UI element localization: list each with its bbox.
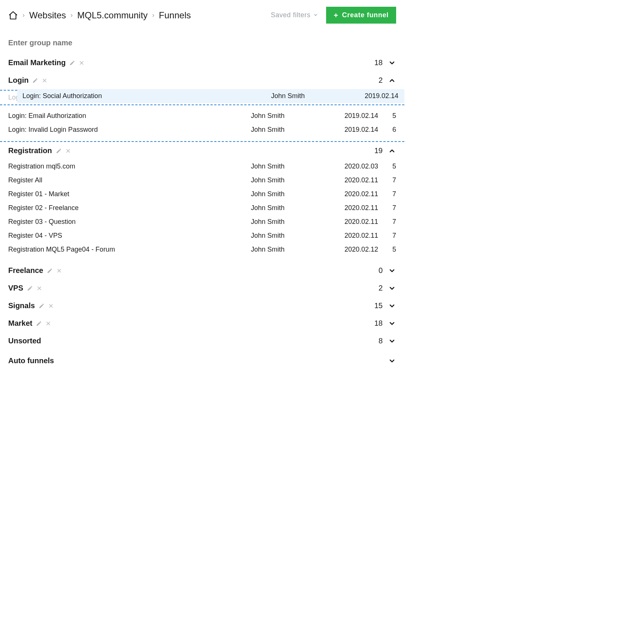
item-count: 7	[378, 204, 396, 212]
item-count: 7	[378, 176, 396, 184]
item-date: 2020.02.11	[329, 232, 378, 240]
chevron-down-icon[interactable]	[388, 357, 396, 365]
chevron-down-icon[interactable]	[388, 319, 396, 328]
close-icon[interactable]	[46, 321, 51, 326]
list-item[interactable]: Register 02 - FreelanceJohn Smith2020.02…	[8, 201, 396, 215]
edit-icon[interactable]	[27, 285, 33, 291]
list-item: Login: Social AuthorizationJohn Smith201…	[8, 91, 396, 104]
list-item[interactable]: Registration MQL5 Page04 - ForumJohn Smi…	[8, 243, 396, 256]
group-actions	[39, 303, 54, 309]
group-count: 8	[372, 337, 383, 345]
list-item[interactable]: Login: Email AuthorizationJohn Smith2019…	[8, 109, 396, 123]
home-icon[interactable]	[8, 10, 18, 20]
chevron-down-icon[interactable]	[388, 59, 396, 67]
item-count: 6	[378, 126, 396, 134]
edit-icon[interactable]	[32, 78, 38, 83]
group-header[interactable]: VPS2	[8, 279, 396, 297]
item-name: Register 03 - Question	[8, 218, 251, 226]
saved-filters-label: Saved filters	[271, 11, 310, 19]
group-title: Unsorted	[8, 337, 45, 345]
close-icon[interactable]	[79, 60, 84, 66]
list-item[interactable]: Login: Invalid Login PasswordJohn Smith2…	[8, 123, 396, 137]
group-actions	[56, 148, 71, 154]
group-count: 2	[372, 284, 383, 292]
group-header[interactable]: Auto funnels	[8, 350, 396, 370]
chevron-down-icon[interactable]	[388, 267, 396, 275]
close-icon[interactable]	[42, 78, 47, 83]
breadcrumb-funnels[interactable]: Funnels	[159, 10, 191, 21]
breadcrumb-websites[interactable]: Websites	[29, 10, 66, 21]
group-title: Signals	[8, 301, 39, 310]
item-name: Register 02 - Freelance	[8, 204, 251, 212]
group-count: 18	[372, 319, 383, 328]
list-item[interactable]: Registration mql5.comJohn Smith2020.02.0…	[8, 160, 396, 173]
item-count: 5	[378, 162, 396, 170]
chevron-down-icon[interactable]	[388, 337, 396, 345]
item-count: 7	[378, 190, 396, 198]
group-title: Market	[8, 319, 36, 328]
close-icon[interactable]	[37, 286, 42, 291]
item-user: John Smith	[251, 176, 329, 184]
group-header[interactable]: Registration19	[8, 142, 396, 160]
item-date: 2019.02.14	[329, 126, 378, 134]
item-user: John Smith	[251, 246, 329, 253]
group-header[interactable]: Signals15	[8, 297, 396, 315]
plus-icon: +	[334, 12, 338, 19]
group-title: Registration	[8, 146, 56, 155]
group-header[interactable]: Freelance0	[8, 262, 396, 279]
list-item[interactable]: Register 04 - VPSJohn Smith2020.02.117	[8, 229, 396, 243]
chevron-up-icon[interactable]	[388, 147, 396, 155]
saved-filters-dropdown[interactable]: Saved filters	[271, 11, 318, 19]
group-name-input[interactable]	[8, 39, 158, 47]
chevron-down-icon[interactable]	[388, 284, 396, 292]
chevron-down-icon	[313, 12, 318, 18]
item-date: 2020.02.11	[329, 204, 378, 212]
chevron-right-icon: ›	[152, 11, 154, 19]
item-name: Login: Social Authorization	[8, 94, 251, 101]
list-item[interactable]: Register 01 - MarketJohn Smith2020.02.11…	[8, 187, 396, 201]
item-user: John Smith	[251, 126, 329, 134]
group-actions	[32, 78, 47, 83]
edit-icon[interactable]	[69, 60, 75, 66]
close-icon[interactable]	[66, 148, 71, 154]
create-funnel-button[interactable]: + Create funnel	[326, 7, 396, 24]
item-name: Register 01 - Market	[8, 190, 251, 198]
list-item[interactable]: Register AllJohn Smith2020.02.117	[8, 173, 396, 187]
item-count: 5	[378, 246, 396, 253]
item-date: 2020.02.11	[329, 176, 378, 184]
topbar: › Websites › MQL5.community › Funnels Sa…	[8, 7, 396, 24]
item-user: John Smith	[251, 112, 329, 120]
item-user: John Smith	[251, 190, 329, 198]
item-name: Registration mql5.com	[8, 162, 251, 170]
edit-icon[interactable]	[47, 268, 53, 274]
chevron-up-icon[interactable]	[388, 76, 396, 85]
group-count: 19	[372, 146, 383, 155]
close-icon[interactable]	[57, 268, 62, 273]
edit-icon[interactable]	[56, 148, 62, 154]
breadcrumb: › Websites › MQL5.community › Funnels	[8, 10, 191, 21]
edit-icon[interactable]	[39, 303, 45, 309]
group-header[interactable]: Market18	[8, 315, 396, 332]
list-item[interactable]: Register 03 - QuestionJohn Smith2020.02.…	[8, 215, 396, 229]
group-header[interactable]: Login2	[8, 72, 396, 89]
group-title: Login	[8, 76, 32, 85]
group-header[interactable]: Unsorted8	[8, 332, 396, 350]
edit-icon[interactable]	[36, 321, 42, 326]
group-header[interactable]: Email Marketing18	[8, 54, 396, 72]
item-name: Login: Invalid Login Password	[8, 126, 251, 134]
group-count: 18	[372, 58, 383, 67]
item-user: John Smith	[251, 94, 329, 101]
item-count: 7	[378, 232, 396, 240]
close-icon[interactable]	[48, 303, 54, 309]
item-name: Login: Email Authorization	[8, 112, 251, 120]
item-user: John Smith	[251, 204, 329, 212]
group-title: Email Marketing	[8, 58, 69, 67]
item-date: 2020.02.11	[329, 190, 378, 198]
item-date: 2019.02.14	[329, 94, 378, 101]
group-actions	[69, 60, 84, 66]
breadcrumb-community[interactable]: MQL5.community	[77, 10, 148, 21]
group-title: Auto funnels	[8, 356, 58, 365]
item-user: John Smith	[251, 218, 329, 226]
chevron-down-icon[interactable]	[388, 302, 396, 310]
group-actions	[27, 285, 42, 291]
